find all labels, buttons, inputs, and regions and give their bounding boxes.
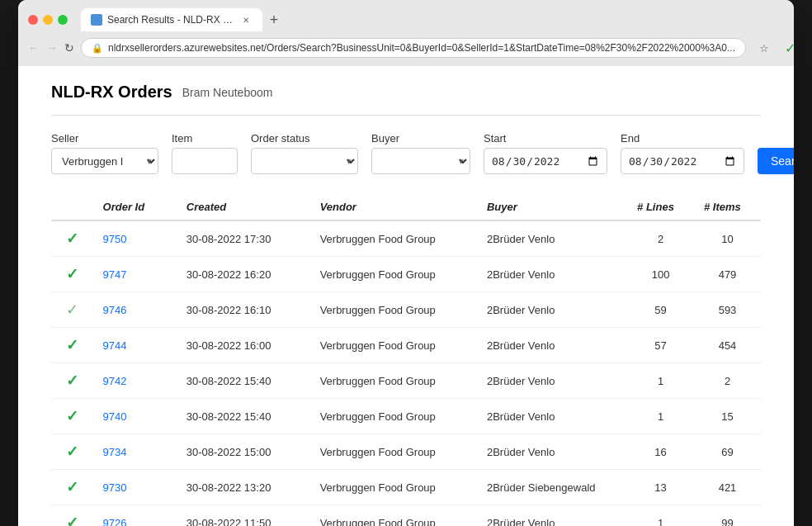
col-header-created: Created bbox=[177, 194, 310, 220]
table-row: ✓ 9740 30-08-2022 15:40 Verbruggen Food … bbox=[51, 399, 761, 434]
row-vendor: Verbruggen Food Group bbox=[310, 292, 477, 328]
buyer-select[interactable] bbox=[371, 148, 470, 174]
row-buyer: 2Brüder Venlo bbox=[477, 220, 627, 257]
table-row: ✓ 9742 30-08-2022 15:40 Verbruggen Food … bbox=[51, 363, 761, 399]
table-row: ✓ 9750 30-08-2022 17:30 Verbruggen Food … bbox=[51, 220, 761, 257]
row-lines: 57 bbox=[627, 328, 694, 363]
buyer-label: Buyer bbox=[371, 132, 470, 145]
row-items: 454 bbox=[694, 328, 761, 363]
end-label: End bbox=[621, 132, 744, 145]
row-created: 30-08-2022 16:20 bbox=[177, 257, 310, 292]
seller-select-wrap: Verbruggen I bbox=[51, 148, 158, 174]
item-filter-group: Item bbox=[172, 132, 238, 174]
search-button[interactable]: Search bbox=[758, 148, 794, 174]
tab-favicon bbox=[91, 14, 102, 26]
row-lines: 1 bbox=[627, 505, 694, 527]
address-bar[interactable]: 🔒 nldrxsellerorders.azurewebsites.net/Or… bbox=[81, 38, 746, 58]
row-items: 69 bbox=[694, 434, 761, 470]
order-status-filter-group: Order status bbox=[251, 132, 358, 174]
row-lines: 59 bbox=[627, 292, 694, 328]
row-created: 30-08-2022 16:10 bbox=[177, 292, 310, 328]
row-order-id: 9742 bbox=[93, 363, 177, 399]
row-vendor: Verbruggen Food Group bbox=[310, 257, 477, 292]
row-status: ✓ bbox=[51, 363, 93, 399]
browser-window: Search Results - NLD-RX Orde... ✕ + ← → … bbox=[18, 0, 794, 526]
row-buyer: 2Brüder Venlo bbox=[477, 399, 627, 434]
col-header-lines: # Lines bbox=[627, 194, 694, 220]
order-id-link[interactable]: 9726 bbox=[103, 517, 127, 527]
forward-button[interactable]: → bbox=[46, 36, 58, 59]
seller-label: Seller bbox=[51, 132, 158, 145]
table-row: ✓ 9730 30-08-2022 13:20 Verbruggen Food … bbox=[51, 470, 761, 505]
tab-close-button[interactable]: ✕ bbox=[239, 13, 253, 26]
buyer-filter-group: Buyer bbox=[371, 132, 470, 174]
row-buyer: 2Brüder Venlo bbox=[477, 292, 627, 328]
order-status-select[interactable] bbox=[251, 148, 358, 174]
row-vendor: Verbruggen Food Group bbox=[310, 434, 477, 470]
browser-chrome: Search Results - NLD-RX Orde... ✕ + ← → … bbox=[18, 0, 794, 66]
row-status: ✓ bbox=[51, 505, 93, 527]
tab-bar: Search Results - NLD-RX Orde... ✕ + bbox=[81, 8, 784, 31]
row-order-id: 9746 bbox=[93, 292, 177, 328]
seller-select[interactable]: Verbruggen I bbox=[51, 148, 158, 174]
minimize-window-button[interactable] bbox=[43, 15, 53, 25]
order-id-link[interactable]: 9740 bbox=[103, 410, 127, 423]
row-created: 30-08-2022 16:00 bbox=[177, 328, 310, 363]
active-tab[interactable]: Search Results - NLD-RX Orde... ✕ bbox=[81, 8, 262, 31]
browser-actions: ☆ ✓ 🧩 👤 ⋮ bbox=[753, 36, 794, 59]
seller-filter-group: Seller Verbruggen I bbox=[51, 132, 158, 174]
col-header-buyer: Buyer bbox=[477, 194, 627, 220]
reload-button[interactable]: ↻ bbox=[64, 36, 74, 59]
row-buyer: 2Brüder Venlo bbox=[477, 434, 627, 470]
col-header-orderid: Order Id bbox=[93, 194, 177, 220]
row-lines: 1 bbox=[627, 363, 694, 399]
navigation-bar: ← → ↻ 🔒 nldrxsellerorders.azurewebsites.… bbox=[18, 31, 794, 66]
row-buyer: 2Brüder Venlo bbox=[477, 257, 627, 292]
table-body: ✓ 9750 30-08-2022 17:30 Verbruggen Food … bbox=[51, 220, 761, 526]
row-items: 99 bbox=[694, 505, 761, 527]
maximize-window-button[interactable] bbox=[58, 15, 68, 25]
row-items: 2 bbox=[694, 363, 761, 399]
row-created: 30-08-2022 17:30 bbox=[177, 220, 310, 257]
item-input[interactable] bbox=[172, 148, 238, 174]
row-status: ✓ bbox=[51, 434, 93, 470]
row-buyer: 2Brüder Venlo bbox=[477, 328, 627, 363]
row-vendor: Verbruggen Food Group bbox=[310, 363, 477, 399]
col-header-items: # Items bbox=[694, 194, 761, 220]
row-vendor: Verbruggen Food Group bbox=[310, 470, 477, 505]
row-items: 10 bbox=[694, 220, 761, 257]
end-date-input[interactable] bbox=[621, 148, 744, 174]
order-id-link[interactable]: 9730 bbox=[103, 481, 127, 494]
row-created: 30-08-2022 15:00 bbox=[177, 434, 310, 470]
new-tab-button[interactable]: + bbox=[262, 8, 286, 31]
order-id-link[interactable]: 9746 bbox=[103, 304, 127, 316]
row-vendor: Verbruggen Food Group bbox=[310, 328, 477, 363]
row-items: 479 bbox=[694, 257, 761, 292]
row-items: 593 bbox=[694, 292, 761, 328]
close-window-button[interactable] bbox=[28, 15, 38, 25]
row-created: 30-08-2022 15:40 bbox=[177, 399, 310, 434]
col-header-status bbox=[51, 194, 93, 220]
extension-check-icon[interactable]: ✓ bbox=[779, 36, 794, 59]
row-buyer: 2Brüder Venlo bbox=[477, 505, 627, 527]
row-status: ✓ bbox=[51, 220, 93, 257]
start-date-input[interactable] bbox=[484, 148, 607, 174]
order-id-link[interactable]: 9750 bbox=[103, 233, 127, 245]
row-order-id: 9726 bbox=[93, 505, 177, 527]
order-id-link[interactable]: 9744 bbox=[103, 339, 127, 352]
order-status-select-wrap bbox=[251, 148, 358, 174]
row-order-id: 9740 bbox=[93, 399, 177, 434]
row-created: 30-08-2022 13:20 bbox=[177, 470, 310, 505]
order-id-link[interactable]: 9742 bbox=[103, 375, 127, 387]
order-id-link[interactable]: 9734 bbox=[103, 446, 127, 458]
row-status: ✓ bbox=[51, 292, 93, 328]
row-lines: 16 bbox=[627, 434, 694, 470]
back-button[interactable]: ← bbox=[28, 36, 40, 59]
bookmark-button[interactable]: ☆ bbox=[753, 36, 776, 59]
table-row: ✓ 9744 30-08-2022 16:00 Verbruggen Food … bbox=[51, 328, 761, 363]
order-id-link[interactable]: 9747 bbox=[103, 268, 127, 281]
row-created: 30-08-2022 11:50 bbox=[177, 505, 310, 527]
user-name: Bram Neuteboom bbox=[182, 86, 273, 99]
row-buyer: 2Brüder Siebengewald bbox=[477, 470, 627, 505]
table-row: ✓ 9746 30-08-2022 16:10 Verbruggen Food … bbox=[51, 292, 761, 328]
